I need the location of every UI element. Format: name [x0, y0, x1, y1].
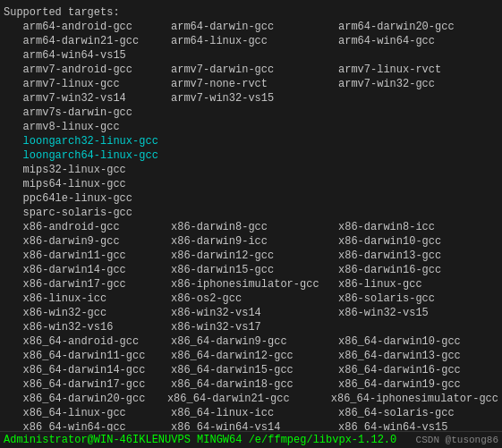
col1: x86_64-linux-gcc: [4, 406, 171, 420]
col3: x86-solaris-gcc: [338, 292, 435, 306]
col2: x86-darwin9-icc: [171, 234, 338, 249]
col3: x86_64-darwin19-gcc: [338, 377, 461, 392]
prompt: Administrator@WIN-46IKLENUVPS MINGW64 /e…: [4, 434, 396, 446]
col1: armv7-linux-gcc: [4, 77, 171, 91]
col2: x86-os2-gcc: [171, 292, 338, 306]
col1: x86-linux-icc: [4, 292, 171, 306]
terminal-line: x86-win32-vs16x86-win32-vs17: [4, 320, 498, 334]
col2: x86-darwin15-gcc: [171, 263, 338, 277]
terminal-line: x86-darwin14-gccx86-darwin15-gccx86-darw…: [4, 263, 498, 277]
col1: x86-win32-gcc: [4, 306, 171, 320]
col2: x86-win32-vs14: [171, 306, 338, 320]
terminal-line: x86-android-gccx86-darwin8-gccx86-darwin…: [4, 220, 498, 234]
terminal-line: mips32-linux-gcc: [4, 163, 498, 177]
col1: x86-darwin14-gcc: [4, 263, 171, 277]
col1: x86-darwin17-gcc: [4, 277, 171, 292]
terminal-line: x86_64-linux-gccx86_64-linux-iccx86_64-s…: [4, 406, 498, 420]
terminal-line: x86_64-android-gccx86_64-darwin9-gccx86_…: [4, 334, 498, 349]
terminal-line: loongarch32-linux-gcc: [4, 134, 498, 148]
col3: x86_64-iphonesimulator-gcc: [331, 392, 498, 406]
terminal-line: loongarch64-linux-gcc: [4, 148, 498, 163]
col1: armv7-win32-vs14: [4, 91, 171, 106]
col3: armv7-win32-gcc: [338, 77, 435, 91]
col3: x86_64-darwin10-gcc: [338, 334, 461, 349]
col3: arm64-win64-gcc: [338, 34, 435, 48]
col1: arm64-darwin21-gcc: [4, 34, 171, 48]
bottom-bar: Administrator@WIN-46IKLENUVPS MINGW64 /e…: [0, 431, 502, 448]
col1: mips64-linux-gcc: [4, 177, 171, 191]
terminal-line: armv7-android-gccarmv7-darwin-gccarmv7-l…: [4, 63, 498, 77]
col3: x86-linux-gcc: [338, 277, 422, 292]
terminal-line: mips64-linux-gcc: [4, 177, 498, 191]
terminal-line: armv7-linux-gccarmv7-none-rvctarmv7-win3…: [4, 77, 498, 91]
col1: armv7s-darwin-gcc: [4, 106, 171, 120]
terminal-output: Supported targets: arm64-android-gccarm6…: [4, 5, 498, 448]
col1: armv8-linux-gcc: [4, 120, 171, 134]
col1: mips32-linux-gcc: [4, 163, 171, 177]
col3: x86-win32-vs15: [338, 306, 429, 320]
col3: x86_64-darwin13-gcc: [338, 349, 461, 363]
col2: x86_64-linux-icc: [171, 406, 338, 420]
terminal-line: x86_64-darwin17-gccx86_64-darwin18-gccx8…: [4, 377, 498, 392]
terminal-line: x86-darwin9-gccx86-darwin9-iccx86-darwin…: [4, 234, 498, 249]
col1: x86_64-darwin17-gcc: [4, 377, 171, 392]
terminal-line: armv8-linux-gcc: [4, 120, 498, 134]
col1: arm64-android-gcc: [4, 20, 171, 34]
col1: loongarch64-linux-gcc: [4, 148, 171, 163]
col2: x86_64-darwin9-gcc: [171, 334, 338, 349]
terminal-line: ppc64le-linux-gcc: [4, 191, 498, 206]
col1: x86-android-gcc: [4, 220, 171, 234]
terminal-line: x86_64-darwin11-gccx86_64-darwin12-gccx8…: [4, 349, 498, 363]
col2: x86-win32-vs17: [171, 320, 338, 334]
col2: x86-darwin12-gcc: [171, 249, 338, 263]
col3: x86-darwin10-gcc: [338, 234, 441, 249]
col1: armv7-android-gcc: [4, 63, 171, 77]
col2: armv7-darwin-gcc: [171, 63, 338, 77]
col3: x86_64-solaris-gcc: [338, 406, 455, 420]
col3: x86-darwin8-icc: [338, 220, 435, 234]
col1: x86_64-android-gcc: [4, 334, 171, 349]
col2: x86_64-darwin15-gcc: [171, 363, 338, 377]
terminal-line: sparc-solaris-gcc: [4, 206, 498, 220]
terminal: Supported targets: arm64-android-gccarm6…: [0, 0, 502, 448]
col2: armv7-win32-vs15: [171, 91, 338, 106]
terminal-line: x86-darwin11-gccx86-darwin12-gccx86-darw…: [4, 249, 498, 263]
col2: arm64-darwin-gcc: [171, 20, 338, 34]
terminal-line: x86-win32-gccx86-win32-vs14x86-win32-vs1…: [4, 306, 498, 320]
col1: x86_64-darwin20-gcc: [4, 392, 167, 406]
watermark: CSDN @tusong86: [416, 435, 498, 445]
terminal-line: arm64-darwin21-gccarm64-linux-gccarm64-w…: [4, 34, 498, 48]
col3: arm64-darwin20-gcc: [338, 20, 455, 34]
col3: x86-darwin16-gcc: [338, 263, 441, 277]
col1: Supported targets:: [4, 5, 171, 20]
col1: x86-win32-vs16: [4, 320, 171, 334]
col2: x86_64-darwin21-gcc: [167, 392, 331, 406]
col2: armv7-none-rvct: [171, 77, 338, 91]
col3: armv7-linux-rvct: [338, 63, 441, 77]
terminal-line: arm64-win64-vs15: [4, 48, 498, 63]
col1: x86-darwin11-gcc: [4, 249, 171, 263]
col1: arm64-win64-vs15: [4, 48, 171, 63]
terminal-line: Supported targets:: [4, 5, 498, 20]
col3: x86_64-darwin16-gcc: [338, 363, 461, 377]
col1: ppc64le-linux-gcc: [4, 191, 171, 206]
terminal-line: x86-linux-iccx86-os2-gccx86-solaris-gcc: [4, 292, 498, 306]
col2: x86-iphonesimulator-gcc: [171, 277, 338, 292]
col3: x86-darwin13-gcc: [338, 249, 441, 263]
col2: x86-darwin8-gcc: [171, 220, 338, 234]
terminal-line: armv7s-darwin-gcc: [4, 106, 498, 120]
col1: x86-darwin9-gcc: [4, 234, 171, 249]
col2: x86_64-darwin12-gcc: [171, 349, 338, 363]
col1: x86_64-darwin14-gcc: [4, 363, 171, 377]
terminal-line: x86_64-darwin20-gccx86_64-darwin21-gccx8…: [4, 392, 498, 406]
terminal-line: x86-darwin17-gccx86-iphonesimulator-gccx…: [4, 277, 498, 292]
col1: loongarch32-linux-gcc: [4, 134, 171, 148]
terminal-line: armv7-win32-vs14armv7-win32-vs15: [4, 91, 498, 106]
col2: arm64-linux-gcc: [171, 34, 338, 48]
col1: x86_64-darwin11-gcc: [4, 349, 171, 363]
col2: x86_64-darwin18-gcc: [171, 377, 338, 392]
col1: sparc-solaris-gcc: [4, 206, 171, 220]
terminal-line: x86_64-darwin14-gccx86_64-darwin15-gccx8…: [4, 363, 498, 377]
terminal-line: arm64-android-gccarm64-darwin-gccarm64-d…: [4, 20, 498, 34]
